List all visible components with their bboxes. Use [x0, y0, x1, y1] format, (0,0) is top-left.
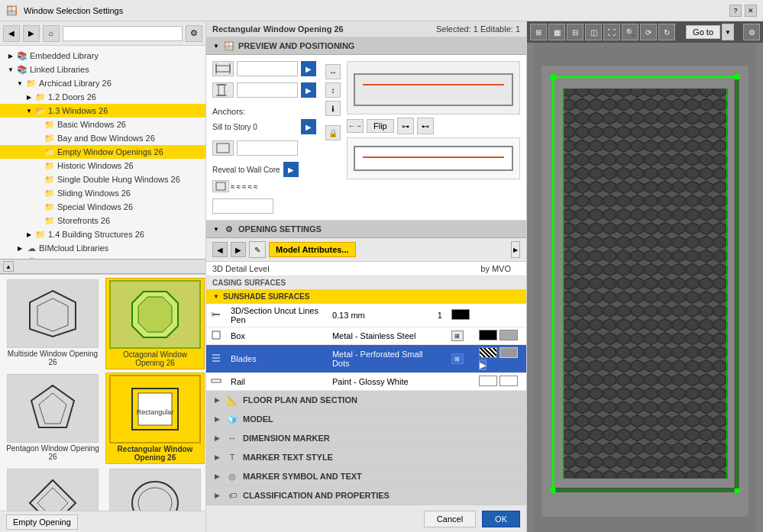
prev-flip-button[interactable]: ←→ — [347, 119, 364, 133]
close-button[interactable]: ✕ — [745, 5, 757, 17]
vp-toolbar-btn8[interactable]: ↻ — [658, 24, 675, 40]
vp-toolbar-btn5[interactable]: ⛶ — [603, 24, 620, 40]
marker-text-header[interactable]: ▶ T MARKER TEXT STYLE — [206, 448, 526, 466]
tree-windows[interactable]: ▼ 📂 1.3 Windows 26 — [0, 104, 205, 118]
nav-prev-button[interactable]: ◀ — [3, 25, 20, 42]
classification-header[interactable]: ▶ 🏷 CLASSIFICATION AND PROPERTIES — [206, 486, 526, 505]
tree-embedded-library[interactable]: ▶ 📚 Embedded Library — [0, 49, 205, 63]
sill-input[interactable]: 900 — [237, 140, 298, 156]
thumbnail-image-pentagon — [7, 374, 99, 443]
rail-value: Paint - Glossy White — [328, 373, 433, 391]
home-button[interactable]: ⌂ — [43, 25, 60, 42]
ok-button[interactable]: OK — [482, 511, 520, 527]
rail-icon-cell — [206, 373, 226, 391]
main-layout: ◀ ▶ ⌂ ⚙ ▶ 📚 Embedded Library ▼ 📚 Linked … — [0, 21, 763, 532]
folder-icon: 📁 — [44, 119, 55, 130]
tree-building-structures[interactable]: ▶ 📁 1.4 Building Structures 26 — [0, 227, 205, 241]
blades-expand-btn[interactable]: ▶ — [479, 360, 487, 370]
preview-canvas-area: ←→ Flip ⊶ ⊷ — [347, 61, 520, 214]
svg-rect-16 — [218, 85, 225, 95]
viewport-toolbar: ⊞ ▦ ⊟ ◫ ⛶ 🔍 ⟳ ↻ Go to ▼ ⚙ — [527, 21, 763, 43]
vp-toolbar-btn1[interactable]: ⊞ — [530, 24, 547, 40]
table-row-uncut-pen[interactable]: 3D/Section Uncut Lines Pen 0.13 mm 1 — [206, 304, 526, 327]
tab-edit-button[interactable]: ✎ — [249, 241, 266, 258]
preview-section-header[interactable]: ▼ 🪟 PREVIEW AND POSITIONING — [206, 37, 526, 55]
scroll-up-button[interactable]: ▲ — [3, 261, 14, 272]
height-input[interactable]: 1500 — [237, 82, 298, 98]
flip-h-icon[interactable]: ↔ — [325, 64, 341, 79]
search-input[interactable] — [63, 26, 183, 41]
nav-next-button[interactable]: ▶ — [23, 25, 40, 42]
detail-level-value: by MVO — [480, 264, 511, 273]
vp-toolbar-btn7[interactable]: ⟳ — [640, 24, 657, 40]
floor-plan-header[interactable]: ▶ 📐 FLOOR PLAN AND SECTION — [206, 391, 526, 409]
tree-sliding-windows[interactable]: ▶ 📁 Sliding Windows 26 — [0, 186, 205, 200]
folder-icon: 📁 — [35, 92, 46, 102]
sill-story-arrow[interactable]: ▶ — [301, 119, 316, 134]
goto-dropdown[interactable]: ▼ — [722, 24, 734, 40]
dimension-marker-header[interactable]: ▶ ↔ DIMENSION MARKER — [206, 429, 526, 447]
expand-icon: ▼ — [24, 106, 34, 115]
empty-opening-button[interactable]: Empty Opening — [6, 514, 78, 530]
tree-basic-windows[interactable]: ▶ 📁 Basic Windows 26 — [0, 118, 205, 131]
tree-bay-bow[interactable]: ▶ 📁 Bay and Bow Windows 26 — [0, 131, 205, 145]
cancel-button[interactable]: Cancel — [424, 511, 476, 527]
model-header[interactable]: ▶ 🧊 MODEL — [206, 410, 526, 428]
side-icon-controls: ↔ ↕ ℹ 🔒 — [322, 61, 344, 214]
axis-v-button[interactable]: ⊷ — [417, 118, 434, 134]
table-row-rail[interactable]: Rail Paint - Glossy White — [206, 373, 526, 391]
axis-h-button[interactable]: ⊶ — [397, 118, 414, 134]
width-input[interactable]: 1000 — [237, 61, 298, 76]
expand-icon: ▶ — [24, 92, 34, 102]
height-arrow-button[interactable]: ▶ — [301, 82, 316, 98]
tab-model-attributes[interactable]: Model Attributes... — [269, 242, 356, 257]
tree-archicad-library[interactable]: ▼ 📁 Archicad Library 26 — [0, 76, 205, 90]
vp-toolbar-btn6[interactable]: 🔍 — [622, 24, 639, 40]
tree-historic-windows[interactable]: ▶ 📁 Historic Windows 26 — [0, 159, 205, 172]
thumbnail-round[interactable]: Round Window Opening 26 — [105, 467, 205, 511]
tree-doors[interactable]: ▶ 📁 1.2 Doors 26 — [0, 90, 205, 104]
help-button[interactable]: ? — [729, 5, 742, 17]
tree-single-double-hung[interactable]: ▶ 📁 Single Double Hung Windows 26 — [0, 172, 205, 186]
flip-v-icon[interactable]: ↕ — [325, 82, 341, 98]
reveal-arrow[interactable]: ▶ — [283, 162, 299, 177]
doors-label: 1.2 Doors 26 — [48, 92, 96, 102]
thumbnail-divider: ▲ — [0, 259, 205, 274]
vp-toolbar-btn3[interactable]: ⊟ — [567, 24, 584, 40]
thumbnail-octagonal[interactable]: Octagonal Window Opening 26 — [105, 278, 205, 369]
flip-button[interactable]: Flip — [367, 119, 394, 133]
table-row-box[interactable]: Box Metal - Stainless Steel ⊞ — [206, 327, 526, 345]
width-arrow-button[interactable]: ▶ — [301, 61, 316, 76]
viewport-3d — [527, 43, 763, 532]
tab-next-button[interactable]: ▶ — [231, 242, 246, 257]
reveal-input[interactable]: 0 — [212, 198, 273, 214]
thumbnail-multiside[interactable]: Multiside Window Opening 26 — [3, 278, 102, 369]
tree-storefronts[interactable]: ▶ 📁 Storefronts 26 — [0, 214, 205, 227]
thumbnail-rhombus[interactable]: Rhombus Window Opening 26 — [3, 467, 102, 511]
tree-linked-libraries[interactable]: ▼ 📚 Linked Libraries — [0, 63, 205, 76]
tree-bimcloud-libraries[interactable]: ▶ ☁ BIMcloud Libraries — [0, 241, 205, 255]
blades-action-icon[interactable]: ⊞ — [451, 353, 464, 364]
tree-special-windows[interactable]: ▶ 📁 Special Windows 26 — [0, 200, 205, 214]
opening-section-header[interactable]: ▼ ⚙ OPENING SETTINGS — [206, 221, 526, 238]
svg-marker-1 — [37, 298, 68, 331]
lock-icon[interactable]: 🔒 — [325, 125, 341, 140]
vp-toolbar-btn2[interactable]: ▦ — [548, 24, 565, 40]
tab-more-button[interactable]: ▶ — [511, 241, 520, 258]
height-row: 1500 ▶ — [212, 82, 316, 98]
thumbnail-pentagon[interactable]: Pentagon Window Opening 26 — [3, 372, 102, 464]
panel-header: Rectangular Window Opening 26 Selected: … — [206, 21, 526, 37]
vp-toolbar-btn4[interactable]: ◫ — [585, 24, 602, 40]
info-icon[interactable]: ℹ — [325, 101, 341, 116]
box-action-icon[interactable]: ⊞ — [451, 330, 464, 341]
table-row-blades[interactable]: Blades Metal - Perforated Small Dots ⊞ ▶ — [206, 345, 526, 373]
settings-button[interactable]: ⚙ — [186, 25, 202, 42]
marker-symbol-header[interactable]: ▶ ◎ MARKER SYMBOL AND TEXT — [206, 467, 526, 485]
tree-empty-window-openings[interactable]: ▶ 📁 Empty Window Openings 26 — [0, 145, 205, 159]
goto-button[interactable]: Go to — [686, 25, 720, 39]
thumbnail-rectangular[interactable]: Rectangular Rectangular Window Opening 2… — [105, 372, 205, 464]
tab-prev-button[interactable]: ◀ — [212, 242, 228, 257]
folder-icon: 📁 — [44, 215, 55, 226]
vp-settings-button[interactable]: ⚙ — [743, 24, 760, 40]
bimcloud-label: BIMcloud Libraries — [39, 243, 108, 253]
